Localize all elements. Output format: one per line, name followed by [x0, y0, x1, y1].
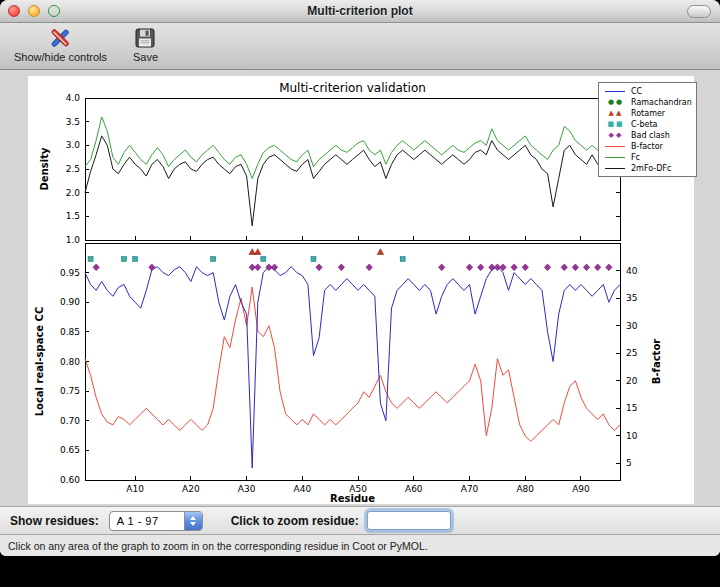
legend-label: Rotamer: [631, 109, 665, 118]
marker-Bad clash: [522, 264, 528, 271]
marker-Bad clash: [93, 264, 99, 271]
marker-Bad clash: [477, 264, 483, 271]
tick-label: 0.60: [60, 475, 80, 485]
legend-square-icon: ■■: [603, 121, 627, 128]
status-bar: Click on any area of the graph to zoom i…: [0, 534, 720, 556]
marker-Bad clash: [561, 264, 567, 271]
tick-label: 15: [626, 403, 637, 413]
marker-Bad clash: [338, 264, 344, 271]
marker-Bad clash: [583, 264, 589, 271]
y-axis-label-cc: Local real-space CC: [34, 307, 45, 417]
tick-label: 3.0: [66, 140, 81, 150]
marker-C-beta: [211, 256, 216, 261]
window-title: Multi-criterion plot: [0, 4, 720, 18]
legend-label: 2mFo-DFc: [631, 164, 671, 173]
tick-label: 0.90: [60, 297, 80, 307]
plot-canvas[interactable]: Multi-criterion validationDensityLocal r…: [28, 76, 694, 504]
tick-label: A60: [405, 484, 423, 494]
marker-Bad clash: [595, 264, 601, 271]
marker-Bad clash: [572, 264, 578, 271]
legend-diamond-icon: ◆◆: [603, 132, 627, 139]
status-text: Click on any area of the graph to zoom i…: [8, 540, 428, 552]
tick-label: 30: [626, 321, 638, 331]
marker-C-beta: [122, 256, 127, 261]
axes-frame: [85, 98, 620, 240]
series-2mFo-DFc: [85, 136, 620, 226]
tick-label: 2.0: [66, 188, 81, 198]
legend-label: B-factor: [631, 142, 663, 151]
tick-label: 40: [626, 266, 638, 276]
y-axis-label-density: Density: [39, 147, 50, 190]
save-button[interactable]: Save: [127, 23, 164, 65]
marker-Bad clash: [255, 264, 261, 271]
marker-Bad clash: [466, 264, 472, 271]
marker-Bad clash: [316, 264, 322, 271]
tool-label: Save: [133, 51, 158, 63]
legend-triangle-icon: ▲▲: [603, 110, 627, 117]
show-hide-controls-button[interactable]: Show/hide controls: [8, 23, 113, 65]
tick-label: 1.5: [66, 211, 80, 221]
legend-line-swatch: [603, 168, 627, 169]
controls-bar: Show residues: A 1 - 97 Click to zoom re…: [0, 506, 720, 534]
series-CC: [85, 267, 620, 468]
marker-C-beta: [133, 256, 138, 261]
plot-area-background: Multi-criterion validationDensityLocal r…: [0, 70, 720, 506]
tick-label: 0.80: [60, 357, 80, 367]
tick-label: A20: [182, 484, 200, 494]
marker-Rotamer: [377, 249, 383, 255]
marker-C-beta: [88, 256, 93, 261]
chart-title: Multi-criterion validation: [279, 81, 426, 95]
marker-C-beta: [311, 256, 316, 261]
legend-line-swatch: [603, 157, 627, 158]
toolbar-toggle-button[interactable]: [687, 5, 711, 18]
show-residues-label: Show residues:: [10, 514, 99, 528]
tick-label: 5: [626, 458, 632, 468]
tick-label: 0.85: [60, 327, 80, 337]
tick-label: 25: [626, 348, 637, 358]
y-axis-label-bfactor: B-factor: [651, 339, 662, 384]
tick-label: A50: [349, 484, 367, 494]
legend-label: Ramachandran: [631, 98, 692, 107]
tick-label: A70: [461, 484, 479, 494]
marker-C-beta: [261, 256, 266, 261]
legend: CC●●Ramachandran▲▲Rotamer■■C-beta◆◆Bad c…: [598, 82, 697, 177]
marker-Bad clash: [366, 264, 372, 271]
tick-label: 35: [626, 293, 637, 303]
series-Fc: [85, 117, 620, 179]
legend-item-Bad clash: ◆◆Bad clash: [603, 130, 692, 141]
controls-tools-icon: [48, 26, 72, 50]
legend-item-2mFo-DFc: 2mFo-DFc: [603, 163, 692, 174]
marker-Bad clash: [544, 264, 550, 271]
tick-label: 3.5: [66, 117, 80, 127]
x-axis-label: Residue: [330, 493, 375, 504]
tick-label: 1.0: [66, 235, 81, 245]
legend-label: C-beta: [631, 120, 658, 129]
marker-Bad clash: [271, 264, 277, 271]
tick-label: 20: [626, 376, 638, 386]
chart-svg: Multi-criterion validationDensityLocal r…: [28, 76, 694, 504]
legend-item-Rotamer: ▲▲Rotamer: [603, 108, 692, 119]
marker-Bad clash: [149, 264, 155, 271]
tick-label: 0.70: [60, 416, 80, 426]
legend-label: Fc: [631, 153, 640, 162]
legend-label: CC: [631, 87, 642, 96]
residue-range-select[interactable]: A 1 - 97: [109, 511, 203, 531]
legend-label: Bad clash: [631, 131, 670, 140]
titlebar: Multi-criterion plot: [0, 0, 720, 23]
zoom-residue-input[interactable]: [367, 511, 451, 530]
tick-label: 0.75: [60, 386, 80, 396]
tick-label: 4.0: [66, 93, 81, 103]
marker-Rotamer: [255, 249, 261, 255]
marker-Bad clash: [511, 264, 517, 271]
marker-Bad clash: [438, 264, 444, 271]
stepper-arrows-icon: [184, 512, 202, 530]
marker-C-beta: [400, 256, 405, 261]
legend-item-Ramachandran: ●●Ramachandran: [603, 97, 692, 108]
tick-label: A10: [126, 484, 144, 494]
tick-label: 10: [626, 431, 638, 441]
save-floppy-icon: [133, 26, 157, 50]
legend-item-CC: CC: [603, 86, 692, 97]
marker-Bad clash: [606, 264, 612, 271]
screen: Multi-criterion plot Show/hide controls: [0, 0, 720, 587]
toolbar: Show/hide controls Save: [0, 23, 720, 70]
